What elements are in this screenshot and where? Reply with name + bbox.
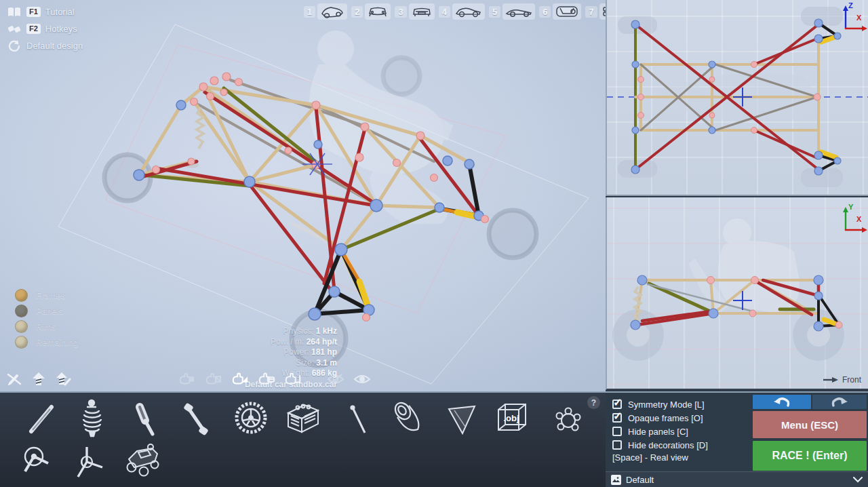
undo-circle-icon	[7, 40, 22, 52]
axis-x-label: X	[856, 14, 861, 22]
checkbox-1[interactable]: ✓ Opaque frames [O]	[612, 411, 708, 425]
drag-tools	[178, 370, 371, 388]
stat-power-per-mass: Pow. / m: 264 hp/t	[245, 337, 337, 348]
camera-slot-7[interactable]: 7	[585, 3, 606, 20]
menu-item-hotkeys[interactable]: F2 Hotkeys	[7, 20, 83, 37]
redo-button[interactable]	[812, 395, 867, 409]
part-connector-rod[interactable]	[174, 398, 217, 440]
f2-badge: F2	[26, 24, 41, 34]
checkbox-2[interactable]: ✓ Hide panels [C]	[612, 425, 708, 438]
axis-y-label: Y	[848, 203, 853, 211]
f1-badge: F1	[26, 7, 41, 17]
checkbox-box: ✓	[612, 413, 622, 423]
car-front-icon	[365, 3, 391, 20]
material-legend: Frames Panels Rims Remaining	[15, 288, 78, 350]
checkbox-0[interactable]: ✓ Symmetry Mode [L]	[612, 397, 708, 411]
camera-slot-bar: 1 2 3 4	[304, 3, 606, 20]
edit-tools	[5, 370, 72, 388]
part-wheel[interactable]	[229, 397, 273, 439]
legend-item-panels: Panels	[15, 303, 78, 319]
part-engine[interactable]	[281, 397, 324, 439]
ortho-side-view[interactable]: Y X Front	[606, 197, 868, 390]
axis-z-label: Z	[848, 1, 853, 9]
camera-slot-1[interactable]: 1	[304, 3, 347, 20]
image-icon	[611, 475, 621, 485]
car-top-icon	[599, 3, 606, 20]
camera-slot-4[interactable]: 4	[439, 3, 485, 20]
checkbox-box: ✓	[612, 440, 622, 450]
part-palette: .obj ?	[0, 391, 606, 487]
stat-power: Power: 181 hp	[245, 347, 337, 358]
hand-tool-4-icon[interactable]	[258, 370, 275, 388]
help-menu: F1 Tutorial F2 Hotkeys Default design	[7, 3, 83, 54]
front-direction-label: Front	[823, 375, 861, 385]
front-arrow-icon	[823, 377, 838, 383]
checkbox-box: ✓	[612, 427, 622, 436]
part-steering-wheel[interactable]	[16, 442, 60, 484]
part-triangle-panel[interactable]	[439, 398, 483, 440]
car-side-low-icon	[502, 3, 535, 20]
camera-slot-2[interactable]: 2	[351, 3, 391, 20]
obj-label: .obj	[503, 413, 519, 423]
check-icon: ✓	[613, 410, 622, 423]
car-builder-app: F1 Tutorial F2 Hotkeys Default design 1	[0, 0, 868, 487]
legend-swatch-0	[15, 289, 28, 302]
part-piston[interactable]	[122, 398, 165, 440]
arrow-up-icon[interactable]	[30, 370, 47, 388]
keycaps-icon	[7, 23, 22, 35]
part-wheel-hub[interactable]	[68, 442, 111, 484]
preset-dropdown[interactable]: Default	[606, 471, 868, 487]
pencil-off-icon[interactable]	[5, 370, 23, 388]
control-panel: ✓ Symmetry Mode [L] ✓ Opaque frames [O] …	[606, 391, 868, 471]
check-icon: ✓	[613, 396, 622, 409]
undo-button[interactable]	[753, 395, 811, 409]
part-sample-buggy[interactable]	[121, 440, 164, 482]
legend-item-frames: Frames	[15, 288, 78, 303]
checkbox-box: ✓	[612, 400, 622, 409]
hand-tool-1-icon[interactable]	[178, 370, 196, 388]
axis-x2-label: X	[856, 215, 861, 223]
camera-slot-6[interactable]: 6	[539, 3, 581, 20]
ortho-top-view[interactable]: Z X	[606, 0, 868, 196]
stat-size: Size: 3.1 m	[245, 358, 337, 369]
help-button[interactable]: ?	[587, 396, 600, 409]
part-ball-joint[interactable]	[547, 400, 590, 442]
arrow-up-pencil-icon[interactable]	[54, 370, 72, 388]
stat-physics: Physics: 1 kHz	[245, 326, 337, 337]
part-thin-rod[interactable]	[335, 398, 378, 440]
car-side-icon	[452, 3, 485, 20]
hand-tool-2-icon[interactable]	[205, 370, 222, 388]
legend-swatch-2	[15, 320, 28, 333]
preset-label: Default	[626, 475, 848, 485]
hand-tool-3-icon[interactable]	[231, 370, 249, 388]
menu-item-tutorial[interactable]: F1 Tutorial	[7, 3, 83, 20]
part-spring-damper[interactable]	[71, 397, 114, 439]
checkbox-3[interactable]: ✓ Hide decorations [D]	[612, 438, 708, 452]
part-cone[interactable]	[387, 397, 430, 439]
chevron-down-icon	[853, 477, 863, 483]
camera-slot-5[interactable]: 5	[489, 3, 535, 20]
camera-slot-3[interactable]: 3	[395, 3, 434, 20]
legend-swatch-3	[15, 336, 28, 349]
eye-icon[interactable]	[353, 370, 371, 388]
hand-tool-5-icon[interactable]	[284, 370, 302, 388]
eye-off-icon[interactable]	[327, 370, 344, 388]
undo-arrow-icon	[773, 397, 791, 407]
real-view-hint: [Space] - Real view	[612, 452, 688, 463]
car-perspective-icon	[317, 3, 347, 20]
redo-arrow-icon	[831, 397, 848, 407]
race-button[interactable]: RACE ! (Enter)	[753, 441, 867, 471]
part-obj-import[interactable]: .obj	[490, 397, 533, 439]
car-interior-icon	[553, 3, 581, 20]
legend-item-rims: Rims	[15, 319, 78, 334]
main-3d-viewport[interactable]: F1 Tutorial F2 Hotkeys Default design 1	[0, 0, 606, 392]
menu-button[interactable]: Menu (ESC)	[753, 411, 867, 438]
legend-item-remaining: Remaining	[15, 334, 78, 350]
part-rod[interactable]	[19, 398, 62, 440]
legend-swatch-1	[15, 305, 28, 317]
book-icon	[7, 7, 22, 18]
menu-item-default-design[interactable]: Default design	[7, 37, 83, 54]
car-rear-icon	[409, 3, 435, 20]
